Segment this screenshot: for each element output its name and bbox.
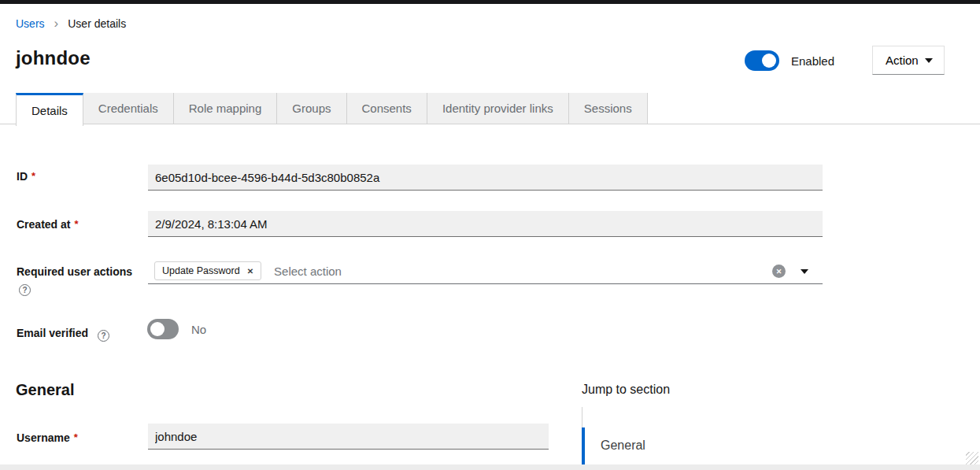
chip-close-icon[interactable]: ✕ [247,267,253,276]
id-label-text: ID [17,170,28,183]
tab-identity-provider-links[interactable]: Identity provider links [427,93,569,124]
id-input[interactable] [148,165,823,191]
selected-action-chip[interactable]: Update Password ✕ [154,261,261,280]
breadcrumb: Users › User details [16,17,126,30]
jump-nav-track [582,407,582,427]
tab-role-mapping[interactable]: Role mapping [174,93,278,124]
tab-consents[interactable]: Consents [347,93,427,124]
enabled-toggle[interactable] [745,50,779,71]
help-icon[interactable]: ? [19,284,31,296]
caret-down-icon[interactable] [801,269,808,274]
id-label: ID* [17,170,35,183]
tab-sessions[interactable]: Sessions [569,93,648,124]
top-window-bar [0,0,980,4]
action-dropdown-button[interactable]: Action [872,46,945,75]
resize-grip-icon[interactable] [966,452,978,464]
required-marker: * [74,431,78,443]
page-title: johndoe [16,47,91,69]
toggle-knob [150,322,165,336]
bottom-scrollbar-track[interactable] [0,464,980,470]
required-marker: * [74,218,78,230]
email-verified-toggle[interactable] [147,319,179,339]
created-at-input[interactable] [148,211,823,237]
caret-down-icon [925,58,933,63]
jump-active-indicator [582,427,585,470]
general-section-title: General [16,381,74,399]
email-verified-label: Email verified ? [17,327,109,342]
email-verified-label-text: Email verified [17,327,88,339]
required-user-actions-select[interactable]: Update Password ✕ ✕ [148,258,823,284]
jump-to-section-title: Jump to section [582,383,670,397]
help-icon[interactable]: ? [98,330,109,342]
required-user-actions-label: Required user actions [17,265,132,278]
username-label: Username* [17,431,78,444]
created-at-label: Created at* [17,218,79,231]
jump-link-general[interactable]: General [601,439,645,453]
created-at-label-text: Created at [17,218,70,231]
username-input[interactable] [148,424,549,450]
required-marker: * [31,170,35,182]
action-dropdown-label: Action [886,54,919,67]
tab-groups[interactable]: Groups [277,93,346,124]
username-label-text: Username [17,431,70,444]
clear-selection-icon[interactable]: ✕ [772,265,786,278]
breadcrumb-users-link[interactable]: Users [16,17,45,30]
user-detail-tabs: Details Credentials Role mapping Groups … [0,93,980,124]
chevron-right-icon: › [54,18,59,29]
enabled-toggle-label: Enabled [791,54,834,68]
email-verified-value: No [191,323,206,336]
toggle-knob [762,54,776,68]
tab-details[interactable]: Details [16,93,83,126]
select-action-input[interactable] [274,265,823,278]
chip-label: Update Password [162,265,240,276]
tab-credentials[interactable]: Credentials [83,93,174,124]
user-details-page: Users › User details johndoe Enabled Act… [0,0,980,470]
breadcrumb-current: User details [68,17,126,30]
